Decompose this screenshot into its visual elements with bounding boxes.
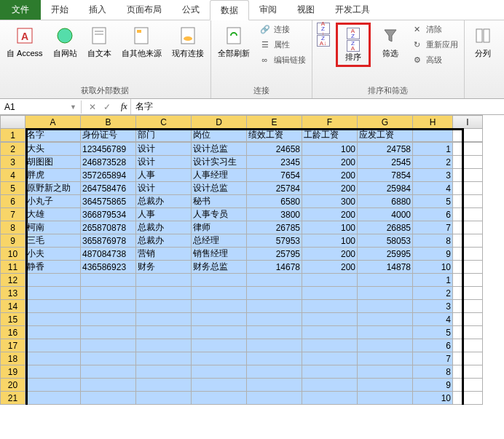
existing-conn-button[interactable]: 现有连接	[170, 23, 206, 60]
cell[interactable]: 三毛	[25, 234, 81, 248]
cell[interactable]	[136, 352, 192, 365]
cell[interactable]	[302, 300, 358, 313]
cell[interactable]: 4	[413, 182, 453, 195]
cell[interactable]	[81, 287, 136, 300]
cell[interactable]	[453, 339, 483, 352]
cell[interactable]: 487084738	[81, 248, 136, 261]
cell[interactable]: 3	[413, 169, 453, 182]
cell[interactable]: 人事经理	[192, 169, 247, 182]
cell[interactable]: 设计	[136, 143, 192, 156]
row-header[interactable]: 17	[1, 339, 25, 352]
cell[interactable]: 57953	[247, 234, 302, 248]
cell[interactable]: 24658	[247, 143, 302, 156]
cell[interactable]	[192, 274, 247, 287]
row-header[interactable]: 15	[1, 313, 25, 326]
cell[interactable]	[25, 326, 81, 339]
col-header-H[interactable]: H	[413, 116, 453, 129]
cell[interactable]	[136, 326, 192, 339]
cell[interactable]: 10	[413, 392, 453, 405]
cell[interactable]	[192, 392, 247, 405]
cell[interactable]: 436586923	[81, 261, 136, 274]
cell[interactable]: 26785	[247, 221, 302, 234]
cell[interactable]: 7854	[358, 169, 413, 182]
sort-asc-button[interactable]: AZ↓	[317, 23, 330, 34]
cell[interactable]	[81, 326, 136, 339]
row-header[interactable]: 9	[1, 234, 25, 248]
cell[interactable]	[247, 379, 302, 392]
cell[interactable]	[453, 300, 483, 313]
cell[interactable]	[453, 129, 483, 142]
cell[interactable]	[25, 379, 81, 392]
cell[interactable]	[192, 339, 247, 352]
row-header[interactable]: 7	[1, 208, 25, 221]
tab-data[interactable]: 数据	[210, 0, 249, 20]
cell[interactable]	[358, 365, 413, 379]
cell[interactable]	[25, 339, 81, 352]
filter-button[interactable]: 筛选	[377, 23, 404, 60]
col-header-D[interactable]: D	[192, 116, 247, 129]
cell[interactable]: 5	[413, 195, 453, 208]
cell[interactable]: 200	[302, 169, 358, 182]
cell[interactable]: 工龄工资	[302, 129, 358, 142]
cell[interactable]	[136, 287, 192, 300]
cell[interactable]	[136, 274, 192, 287]
cell[interactable]: 25784	[247, 182, 302, 195]
tab-review[interactable]: 审阅	[249, 0, 287, 20]
cell[interactable]	[136, 365, 192, 379]
cell[interactable]: 总经理	[192, 234, 247, 248]
cell[interactable]	[25, 313, 81, 326]
cell[interactable]	[453, 392, 483, 405]
cell[interactable]: 246873528	[81, 156, 136, 169]
cell[interactable]: 200	[302, 261, 358, 274]
cell[interactable]	[81, 339, 136, 352]
row-header[interactable]: 19	[1, 365, 25, 379]
cell[interactable]	[81, 379, 136, 392]
cell[interactable]	[453, 379, 483, 392]
cell[interactable]	[358, 313, 413, 326]
row-header[interactable]: 18	[1, 352, 25, 365]
cell[interactable]	[25, 287, 81, 300]
cell[interactable]: 设计实习生	[192, 156, 247, 169]
cell[interactable]	[247, 274, 302, 287]
cell[interactable]: 6	[413, 339, 453, 352]
cell[interactable]: 设计总监	[192, 182, 247, 195]
reapply-button[interactable]: ↻重新应用	[410, 38, 460, 51]
cell[interactable]	[453, 274, 483, 287]
cell[interactable]	[358, 339, 413, 352]
row-header[interactable]: 5	[1, 182, 25, 195]
cell[interactable]	[453, 313, 483, 326]
cell[interactable]: 2345	[247, 156, 302, 169]
tab-dev[interactable]: 开发工具	[325, 0, 380, 20]
row-header[interactable]: 12	[1, 274, 25, 287]
cell[interactable]	[453, 195, 483, 208]
clear-button[interactable]: ✕清除	[410, 23, 460, 36]
cell[interactable]	[453, 365, 483, 379]
cell[interactable]: 名字	[25, 129, 81, 142]
cell[interactable]	[192, 326, 247, 339]
cell[interactable]	[136, 392, 192, 405]
cell[interactable]	[247, 392, 302, 405]
col-header-F[interactable]: F	[302, 116, 358, 129]
cell[interactable]	[81, 352, 136, 365]
cell[interactable]	[358, 287, 413, 300]
col-header-E[interactable]: E	[247, 116, 302, 129]
cell[interactable]	[453, 261, 483, 274]
col-header-I[interactable]: I	[453, 116, 483, 129]
cell[interactable]: 200	[302, 156, 358, 169]
tab-file[interactable]: 文件	[0, 0, 41, 20]
cell[interactable]: 财务总监	[192, 261, 247, 274]
cell[interactable]: 2	[413, 156, 453, 169]
tab-layout[interactable]: 页面布局	[117, 0, 172, 20]
formula-input[interactable]: 名字	[130, 99, 504, 114]
cell[interactable]: 365876978	[81, 234, 136, 248]
cell[interactable]: 58053	[358, 234, 413, 248]
cell[interactable]: 25995	[358, 248, 413, 261]
cell[interactable]	[453, 156, 483, 169]
cell[interactable]	[192, 365, 247, 379]
cell[interactable]	[247, 300, 302, 313]
cell[interactable]	[358, 352, 413, 365]
cell[interactable]: 300	[302, 195, 358, 208]
cell[interactable]	[302, 326, 358, 339]
row-header[interactable]: 16	[1, 326, 25, 339]
cell[interactable]	[192, 287, 247, 300]
